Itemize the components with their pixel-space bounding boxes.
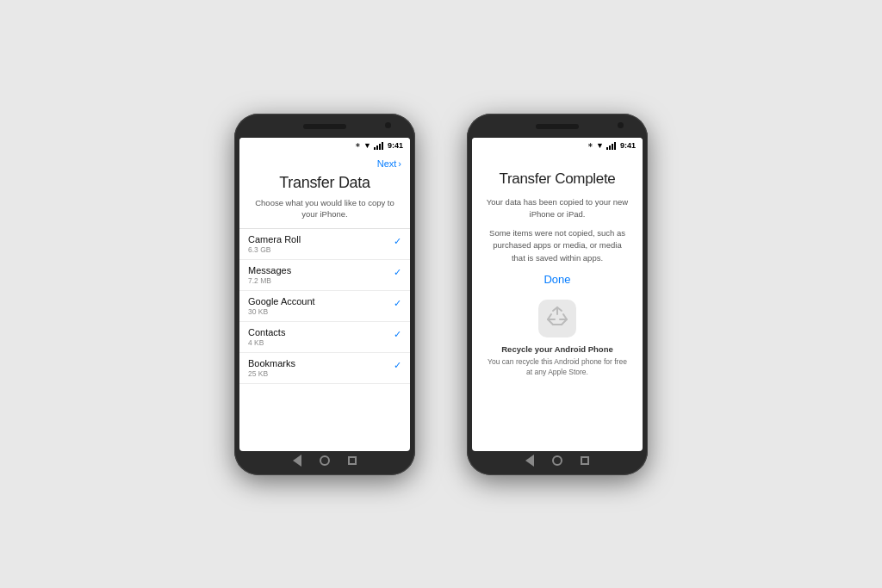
camera-1: [385, 122, 391, 128]
bluetooth-icon: ∗: [355, 141, 361, 149]
camera-2: [618, 122, 624, 128]
next-label: Next: [377, 158, 397, 169]
transfer-desc-1: Your data has been copied to your new iP…: [486, 196, 629, 221]
checkmark-3: ✓: [394, 329, 401, 340]
checkmark-2: ✓: [394, 298, 401, 309]
bar1-2: [606, 147, 608, 150]
recents-button-2[interactable]: [579, 455, 591, 467]
bar4: [382, 142, 383, 150]
item-left-3: Contacts 4 KB: [248, 327, 285, 347]
phone-2-top: [472, 119, 643, 138]
screen2-content: Transfer Complete Your data has been cop…: [472, 153, 643, 451]
item-name-2: Google Account: [248, 296, 315, 306]
back-button-2[interactable]: [524, 455, 536, 467]
list-item[interactable]: Google Account 30 KB ✓: [239, 291, 410, 322]
signal-bars-2: [606, 141, 616, 150]
back-arrow-icon-2: [525, 455, 534, 467]
home-circle-icon-1: [320, 455, 330, 466]
speaker-1: [303, 124, 346, 129]
next-button[interactable]: Next ›: [377, 158, 401, 169]
recycle-icon: [544, 306, 570, 331]
item-name-0: Camera Roll: [248, 234, 301, 244]
screen1-content: Next › Transfer Data Choose what you wou…: [239, 153, 410, 451]
item-left-4: Bookmarks 25 KB: [248, 358, 295, 378]
home-button-1[interactable]: [319, 455, 331, 467]
done-button[interactable]: Done: [543, 273, 570, 286]
phone-1: ∗ ▼ 9:41 Next › Transfer Data Choose wha…: [234, 114, 415, 475]
transfer-data-title: Transfer Data: [239, 170, 410, 197]
status-bar-1: ∗ ▼ 9:41: [239, 138, 410, 153]
bar2-2: [609, 145, 611, 150]
chevron-right-icon: ›: [398, 158, 401, 169]
checkmark-1: ✓: [394, 267, 401, 278]
transfer-complete-title: Transfer Complete: [499, 170, 615, 188]
item-size-4: 25 KB: [248, 369, 295, 378]
time-2: 9:41: [620, 141, 636, 150]
transfer-desc-2: Some items were not copied, such as purc…: [486, 227, 629, 264]
item-name-1: Messages: [248, 265, 291, 275]
phone-1-bottom: [239, 451, 410, 470]
home-circle-icon-2: [552, 455, 562, 466]
item-size-2: 30 KB: [248, 307, 315, 316]
recycle-title: Recycle your Android Phone: [501, 344, 613, 354]
recycle-desc: You can recycle this Android phone for f…: [486, 357, 629, 378]
list-item[interactable]: Messages 7.2 MB ✓: [239, 260, 410, 291]
status-bar-2: ∗ ▼ 9:41: [472, 138, 643, 153]
back-button-1[interactable]: [291, 455, 303, 467]
bar2: [376, 145, 378, 150]
item-name-4: Bookmarks: [248, 358, 295, 368]
back-arrow-icon-1: [293, 455, 301, 467]
phone-2: ∗ ▼ 9:41 Transfer Complete Your data has…: [467, 114, 648, 475]
signal-bars-1: [374, 141, 383, 150]
item-left-2: Google Account 30 KB: [248, 296, 315, 316]
item-left-0: Camera Roll 6.3 GB: [248, 234, 301, 254]
item-size-0: 6.3 GB: [248, 245, 301, 254]
item-left-1: Messages 7.2 MB: [248, 265, 291, 285]
wifi-icon-2: ▼: [596, 141, 604, 150]
item-size-1: 7.2 MB: [248, 276, 291, 285]
phone-1-screen: ∗ ▼ 9:41 Next › Transfer Data Choose wha…: [239, 138, 410, 451]
bar4-2: [614, 142, 616, 150]
bluetooth-icon-2: ∗: [587, 141, 593, 149]
item-name-3: Contacts: [248, 327, 285, 337]
home-button-2[interactable]: [551, 455, 563, 467]
checkmark-4: ✓: [394, 360, 401, 371]
next-row: Next ›: [239, 153, 410, 170]
transfer-data-subtitle: Choose what you would like to copy to yo…: [239, 197, 410, 229]
list-item[interactable]: Contacts 4 KB ✓: [239, 322, 410, 353]
time-1: 9:41: [388, 141, 403, 150]
speaker-2: [536, 124, 579, 129]
checkmark-0: ✓: [394, 236, 401, 247]
recents-square-icon-1: [348, 456, 357, 465]
phone-2-bottom: [472, 451, 643, 470]
list-item[interactable]: Camera Roll 6.3 GB ✓: [239, 229, 410, 260]
recents-square-icon-2: [581, 456, 589, 465]
recents-button-1[interactable]: [346, 455, 358, 467]
bar3: [379, 144, 381, 150]
bar3-2: [612, 144, 613, 150]
phone-1-top: [239, 119, 410, 138]
item-size-3: 4 KB: [248, 338, 285, 347]
bar1: [374, 147, 376, 150]
wifi-icon: ▼: [363, 141, 371, 150]
phone-2-screen: ∗ ▼ 9:41 Transfer Complete Your data has…: [472, 138, 643, 451]
list-item[interactable]: Bookmarks 25 KB ✓: [239, 353, 410, 384]
recycle-icon-wrap: [538, 300, 576, 337]
